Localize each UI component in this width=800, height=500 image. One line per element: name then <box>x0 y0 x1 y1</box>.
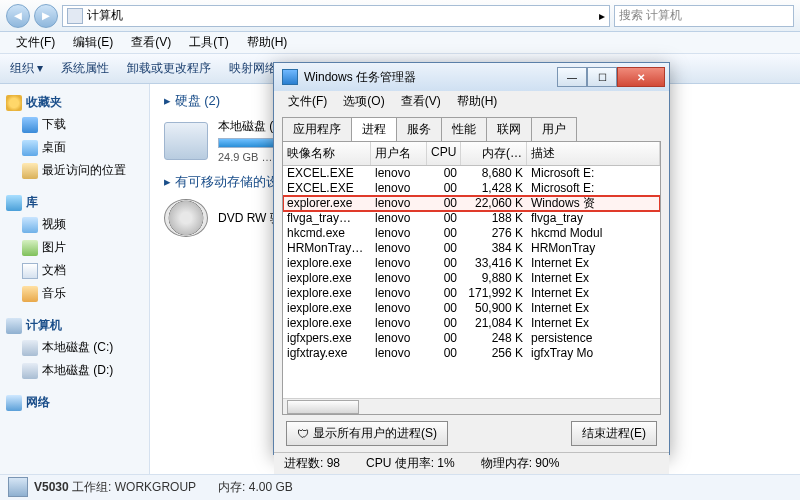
tm-menu-options[interactable]: 选项(O) <box>337 93 390 110</box>
status-name: V5030 工作组: WORKGROUP <box>34 479 196 496</box>
sidebar-item-music[interactable]: 音乐 <box>4 282 145 305</box>
tm-menu-file[interactable]: 文件(F) <box>282 93 333 110</box>
tb-organize[interactable]: 组织 ▾ <box>10 60 43 77</box>
sidebar-item-pictures[interactable]: 图片 <box>4 236 145 259</box>
computer-icon <box>67 8 83 24</box>
drive-icon <box>22 340 38 356</box>
document-icon <box>22 263 38 279</box>
network-head: 网络 <box>4 390 145 413</box>
video-icon <box>22 217 38 233</box>
process-row[interactable]: igfxtray.exelenovo00256 KigfxTray Mo <box>283 346 660 361</box>
taskmgr-titlebar[interactable]: Windows 任务管理器 — ☐ ✕ <box>274 63 669 91</box>
process-row[interactable]: igfxpers.exelenovo00248 Kpersistence <box>283 331 660 346</box>
taskmgr-window: Windows 任务管理器 — ☐ ✕ 文件(F) 选项(O) 查看(V) 帮助… <box>273 62 670 455</box>
process-row[interactable]: explorer.exelenovo0022,060 KWindows 资 <box>283 196 660 211</box>
tm-menu-help[interactable]: 帮助(H) <box>451 93 504 110</box>
process-header-row: 映像名称 用户名 CPU 内存(… 描述 <box>283 142 660 166</box>
music-icon <box>22 286 38 302</box>
sidebar-item-drive-c[interactable]: 本地磁盘 (C:) <box>4 336 145 359</box>
back-button[interactable]: ◄ <box>6 4 30 28</box>
show-all-users-button[interactable]: 🛡 显示所有用户的进程(S) <box>286 421 448 446</box>
network-icon <box>6 395 22 411</box>
tab-performance[interactable]: 性能 <box>441 117 487 141</box>
menu-view[interactable]: 查看(V) <box>123 32 179 53</box>
sidebar: 收藏夹 下载 桌面 最近访问的位置 库 视频 图片 文档 音乐 计算机 本地磁盘… <box>0 84 150 474</box>
process-row[interactable]: iexplore.exelenovo009,880 KInternet Ex <box>283 271 660 286</box>
status-cpu: CPU 使用率: 1% <box>366 455 455 472</box>
computer-head: 计算机 <box>4 313 145 336</box>
tab-networking[interactable]: 联网 <box>486 117 532 141</box>
minimize-button[interactable]: — <box>557 67 587 87</box>
taskmgr-statusbar: 进程数: 98 CPU 使用率: 1% 物理内存: 90% <box>274 452 669 474</box>
library-icon <box>6 195 22 211</box>
process-row[interactable]: iexplore.exelenovo00171,992 KInternet Ex <box>283 286 660 301</box>
taskmgr-tabs: 应用程序 进程 服务 性能 联网 用户 <box>274 111 669 141</box>
horizontal-scrollbar[interactable] <box>283 398 660 414</box>
recent-icon <box>22 163 38 179</box>
process-row[interactable]: hkcmd.exelenovo00276 Khkcmd Modul <box>283 226 660 241</box>
process-panel: 映像名称 用户名 CPU 内存(… 描述 EXCEL.EXElenovo008,… <box>282 141 661 415</box>
sidebar-item-downloads[interactable]: 下载 <box>4 113 145 136</box>
sidebar-item-desktop[interactable]: 桌面 <box>4 136 145 159</box>
dropdown-icon[interactable]: ▸ <box>599 9 605 23</box>
menu-tools[interactable]: 工具(T) <box>181 32 236 53</box>
address-text: 计算机 <box>87 7 123 24</box>
tab-users[interactable]: 用户 <box>531 117 577 141</box>
process-row[interactable]: iexplore.exelenovo0050,900 KInternet Ex <box>283 301 660 316</box>
menu-bar: 文件(F) 编辑(E) 查看(V) 工具(T) 帮助(H) <box>0 32 800 54</box>
star-icon <box>6 95 22 111</box>
col-cpu[interactable]: CPU <box>427 142 461 165</box>
sidebar-item-documents[interactable]: 文档 <box>4 259 145 282</box>
process-row[interactable]: HRMonTray…lenovo00384 KHRMonTray <box>283 241 660 256</box>
tb-uninstall[interactable]: 卸载或更改程序 <box>127 60 211 77</box>
address-bar[interactable]: 计算机 ▸ <box>62 5 610 27</box>
drive-icon <box>22 363 38 379</box>
sidebar-item-recent[interactable]: 最近访问的位置 <box>4 159 145 182</box>
tab-services[interactable]: 服务 <box>396 117 442 141</box>
tb-sysprops[interactable]: 系统属性 <box>61 60 109 77</box>
tab-processes[interactable]: 进程 <box>351 117 397 141</box>
taskmgr-menu: 文件(F) 选项(O) 查看(V) 帮助(H) <box>274 91 669 111</box>
dvd-icon <box>164 199 208 237</box>
menu-edit[interactable]: 编辑(E) <box>65 32 121 53</box>
download-icon <box>22 117 38 133</box>
close-button[interactable]: ✕ <box>617 67 665 87</box>
taskmgr-title: Windows 任务管理器 <box>304 69 557 86</box>
tab-apps[interactable]: 应用程序 <box>282 117 352 141</box>
computer-icon <box>8 477 28 497</box>
status-procs: 进程数: 98 <box>284 455 340 472</box>
search-placeholder: 搜索 计算机 <box>619 7 682 24</box>
end-process-button[interactable]: 结束进程(E) <box>571 421 657 446</box>
libraries-head: 库 <box>4 190 145 213</box>
menu-help[interactable]: 帮助(H) <box>239 32 296 53</box>
search-input[interactable]: 搜索 计算机 <box>614 5 794 27</box>
process-row[interactable]: iexplore.exelenovo0021,084 KInternet Ex <box>283 316 660 331</box>
col-imagename[interactable]: 映像名称 <box>283 142 371 165</box>
status-memory: 内存: 4.00 GB <box>218 479 293 496</box>
computer-icon <box>6 318 22 334</box>
process-row[interactable]: EXCEL.EXElenovo008,680 KMicrosoft E: <box>283 166 660 181</box>
forward-button[interactable]: ► <box>34 4 58 28</box>
nav-bar: ◄ ► 计算机 ▸ 搜索 计算机 <box>0 0 800 32</box>
sidebar-item-drive-d[interactable]: 本地磁盘 (D:) <box>4 359 145 382</box>
process-row[interactable]: flvga_tray…lenovo00188 Kflvga_tray <box>283 211 660 226</box>
status-mem: 物理内存: 90% <box>481 455 560 472</box>
col-user[interactable]: 用户名 <box>371 142 427 165</box>
sidebar-item-video[interactable]: 视频 <box>4 213 145 236</box>
hdd-icon <box>164 122 208 160</box>
taskmgr-icon <box>282 69 298 85</box>
col-description[interactable]: 描述 <box>527 142 660 165</box>
tm-menu-view[interactable]: 查看(V) <box>395 93 447 110</box>
favorites-head: 收藏夹 <box>4 90 145 113</box>
col-memory[interactable]: 内存(… <box>461 142 527 165</box>
process-row[interactable]: EXCEL.EXElenovo001,428 KMicrosoft E: <box>283 181 660 196</box>
desktop-icon <box>22 140 38 156</box>
process-list[interactable]: 映像名称 用户名 CPU 内存(… 描述 EXCEL.EXElenovo008,… <box>283 142 660 398</box>
maximize-button[interactable]: ☐ <box>587 67 617 87</box>
explorer-details-pane: V5030 工作组: WORKGROUP 内存: 4.00 GB <box>0 474 800 500</box>
process-row[interactable]: iexplore.exelenovo0033,416 KInternet Ex <box>283 256 660 271</box>
picture-icon <box>22 240 38 256</box>
menu-file[interactable]: 文件(F) <box>8 32 63 53</box>
